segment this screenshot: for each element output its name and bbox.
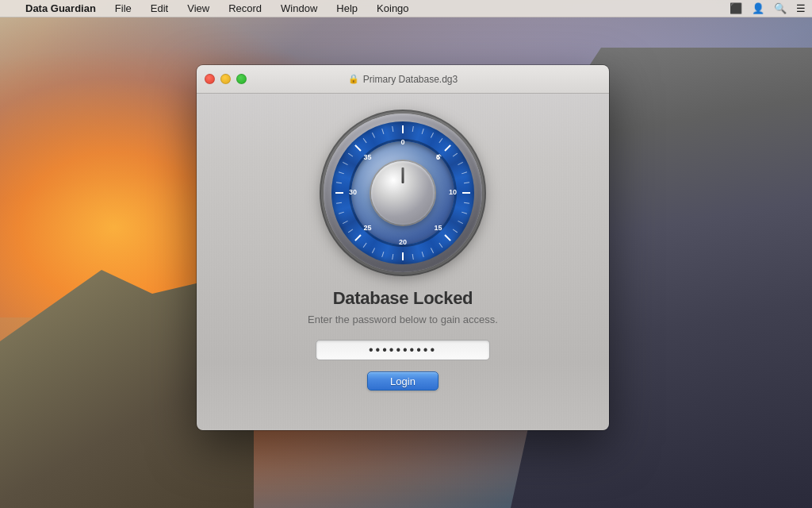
svg-line-4 xyxy=(439,138,442,143)
svg-line-33 xyxy=(343,162,347,164)
menu-window[interactable]: Window xyxy=(278,2,320,15)
svg-line-28 xyxy=(339,212,344,214)
svg-line-21 xyxy=(393,254,393,260)
svg-text:25: 25 xyxy=(363,224,371,232)
lock-knob xyxy=(371,161,435,225)
svg-line-27 xyxy=(343,221,347,223)
svg-line-1 xyxy=(412,126,413,132)
menu-file[interactable]: File xyxy=(112,2,135,15)
svg-line-3 xyxy=(431,133,433,137)
login-button[interactable]: Login xyxy=(367,371,439,391)
svg-line-18 xyxy=(422,252,423,257)
svg-line-17 xyxy=(431,248,433,252)
lock-dial-container: /* ticks rendered inline below */ xyxy=(324,114,482,272)
menu-koingo[interactable]: Koingo xyxy=(373,2,412,15)
svg-line-12 xyxy=(462,212,467,214)
window-title: 🔒 Primary Database.dg3 xyxy=(348,74,458,85)
svg-line-6 xyxy=(453,153,458,156)
svg-text:15: 15 xyxy=(435,224,442,232)
lock-title: Database Locked xyxy=(333,288,473,309)
svg-line-5 xyxy=(445,145,450,151)
window-title-text: Primary Database.dg3 xyxy=(363,74,458,85)
svg-line-26 xyxy=(348,229,353,233)
svg-line-29 xyxy=(336,202,342,203)
menu-help[interactable]: Help xyxy=(333,2,361,15)
menubar: Data Guardian File Edit View Record Wind… xyxy=(0,0,812,17)
svg-text:35: 35 xyxy=(363,153,371,161)
svg-line-38 xyxy=(382,129,384,134)
svg-line-7 xyxy=(458,162,462,164)
svg-line-15 xyxy=(445,235,450,241)
lock-outer-ring: /* ticks rendered inline below */ xyxy=(324,114,482,272)
menu-view[interactable]: View xyxy=(184,2,213,15)
user-icon[interactable]: 👤 xyxy=(752,2,764,14)
svg-line-16 xyxy=(439,243,442,248)
window-maximize-button[interactable] xyxy=(236,74,247,84)
password-input[interactable] xyxy=(316,340,490,360)
app-window: 🔒 Primary Database.dg3 /* ticks rendered… xyxy=(197,65,609,430)
window-content: /* ticks rendered inline below */ xyxy=(197,94,609,430)
svg-line-22 xyxy=(382,252,384,257)
svg-line-39 xyxy=(393,126,393,132)
svg-line-19 xyxy=(412,254,413,260)
window-titlebar: 🔒 Primary Database.dg3 xyxy=(197,65,609,94)
svg-line-24 xyxy=(363,243,366,248)
lock-blue-ring: /* ticks rendered inline below */ xyxy=(331,121,474,264)
svg-line-13 xyxy=(458,221,462,223)
menu-record[interactable]: Record xyxy=(225,2,265,15)
monitor-icon[interactable]: ⬛ xyxy=(730,2,742,14)
svg-line-11 xyxy=(464,202,469,203)
window-minimize-button[interactable] xyxy=(220,74,231,84)
svg-line-9 xyxy=(464,183,469,183)
svg-line-23 xyxy=(372,248,374,252)
svg-line-14 xyxy=(453,229,458,233)
lock-subtitle: Enter the password below to gain access. xyxy=(308,314,498,325)
svg-text:0: 0 xyxy=(400,138,404,146)
window-title-icon: 🔒 xyxy=(348,74,359,84)
app-name-menu[interactable]: Data Guardian xyxy=(22,2,99,15)
svg-line-2 xyxy=(422,129,423,134)
window-controls xyxy=(205,74,247,84)
svg-line-35 xyxy=(355,145,361,151)
svg-text:30: 30 xyxy=(349,188,357,196)
svg-line-8 xyxy=(462,172,467,174)
svg-text:10: 10 xyxy=(449,188,457,196)
svg-line-25 xyxy=(355,235,361,241)
svg-line-32 xyxy=(339,172,344,174)
svg-line-31 xyxy=(336,183,342,183)
svg-line-37 xyxy=(372,133,374,137)
svg-text:20: 20 xyxy=(399,238,407,246)
search-icon[interactable]: 🔍 xyxy=(774,2,787,14)
svg-line-34 xyxy=(348,153,353,156)
svg-line-36 xyxy=(363,138,366,143)
menu-edit[interactable]: Edit xyxy=(147,2,171,15)
svg-text:5: 5 xyxy=(436,153,440,161)
list-icon[interactable]: ☰ xyxy=(796,2,806,14)
window-close-button[interactable] xyxy=(205,74,215,84)
